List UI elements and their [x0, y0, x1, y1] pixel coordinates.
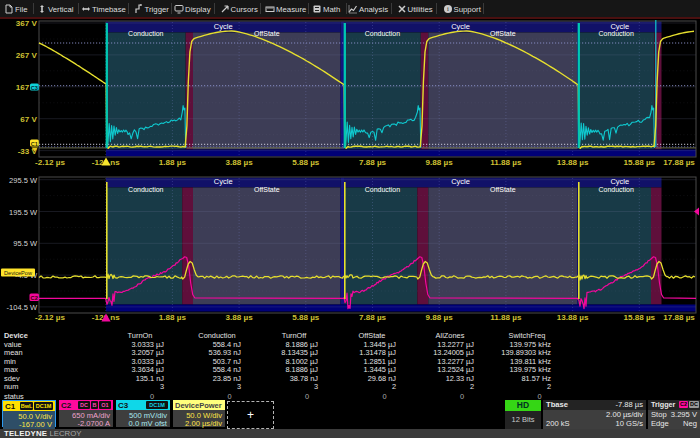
svg-text:Cycle: Cycle: [451, 22, 470, 31]
svg-text:Conduction: Conduction: [128, 186, 164, 193]
svg-text:C1: C1: [31, 141, 38, 147]
svg-text:3.88 µs: 3.88 µs: [226, 158, 254, 167]
svg-text:1.88 µs: 1.88 µs: [159, 158, 187, 167]
svg-text:C3: C3: [31, 85, 38, 91]
svg-text:5.88 µs: 5.88 µs: [292, 313, 320, 322]
svg-text:1.88 µs: 1.88 µs: [159, 313, 187, 322]
svg-text:Conduction: Conduction: [128, 30, 164, 37]
svg-text:13.88 µs: 13.88 µs: [557, 313, 589, 322]
svg-text:5.88 µs: 5.88 µs: [292, 158, 320, 167]
svg-text:9.88 µs: 9.88 µs: [426, 158, 454, 167]
svg-text:Conduction: Conduction: [598, 30, 634, 37]
svg-text:67 V: 67 V: [20, 115, 37, 124]
svg-text:OffState: OffState: [490, 30, 516, 37]
svg-text:Cycle: Cycle: [451, 177, 470, 186]
svg-text:Conduction: Conduction: [365, 186, 401, 193]
svg-text:OffState: OffState: [254, 30, 280, 37]
svg-text:367 V: 367 V: [16, 19, 38, 28]
svg-text:-2.12 µs: -2.12 µs: [35, 313, 65, 322]
svg-text:11.88 µs: 11.88 µs: [490, 313, 522, 322]
svg-text:11.88 µs: 11.88 µs: [490, 158, 522, 167]
svg-text:9.88 µs: 9.88 µs: [426, 313, 454, 322]
svg-text:Conduction: Conduction: [365, 30, 401, 37]
svg-text:-2.12 µs: -2.12 µs: [35, 158, 65, 167]
svg-text:13.88 µs: 13.88 µs: [557, 158, 589, 167]
svg-text:Conduction: Conduction: [598, 186, 634, 193]
svg-text:i: i: [447, 5, 449, 12]
svg-text:295.5 W: 295.5 W: [9, 176, 38, 185]
svg-text:195.5 W: 195.5 W: [9, 208, 38, 217]
svg-text:3.88 µs: 3.88 µs: [226, 313, 254, 322]
svg-text:7.88 µs: 7.88 µs: [359, 158, 387, 167]
svg-text:Cycle: Cycle: [610, 177, 629, 186]
svg-text:-104.5 W: -104.5 W: [7, 303, 38, 312]
svg-text:7.88 µs: 7.88 µs: [359, 313, 387, 322]
svg-text:DevicePow: DevicePow: [4, 270, 33, 276]
svg-text:17.88 µs: 17.88 µs: [663, 313, 695, 322]
svg-text:15.88 µs: 15.88 µs: [623, 313, 655, 322]
svg-text:OffState: OffState: [254, 186, 280, 193]
svg-text:267 V: 267 V: [16, 51, 38, 60]
svg-text:95.5 W: 95.5 W: [13, 239, 38, 248]
svg-text:C2: C2: [30, 295, 37, 301]
svg-text:Cycle: Cycle: [214, 177, 233, 186]
svg-text:Cycle: Cycle: [214, 22, 233, 31]
svg-text:15.88 µs: 15.88 µs: [623, 158, 655, 167]
svg-text:17.88 µs: 17.88 µs: [663, 158, 695, 167]
svg-text:OffState: OffState: [490, 186, 516, 193]
